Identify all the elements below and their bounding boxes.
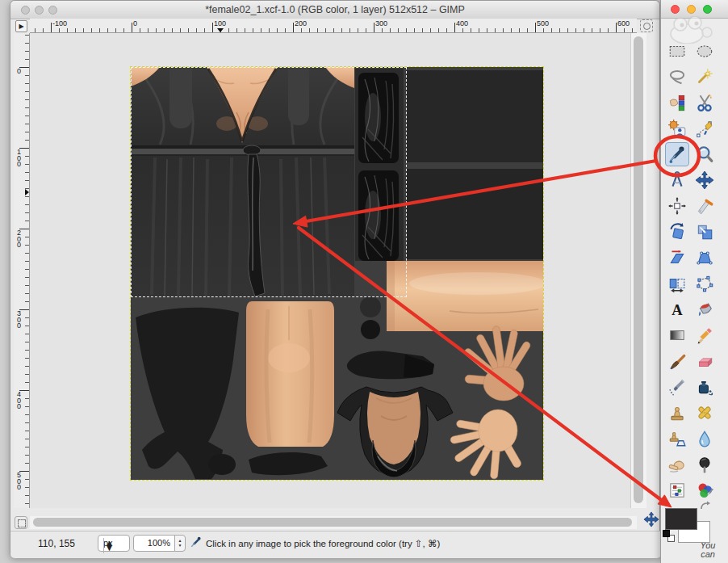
tool-color-balance[interactable] bbox=[665, 478, 689, 502]
h-ruler-label: 200 bbox=[295, 19, 307, 27]
clone-stamp-icon bbox=[667, 403, 687, 422]
close-button[interactable] bbox=[671, 5, 680, 14]
arm-texture bbox=[387, 261, 543, 331]
tool-measure[interactable] bbox=[665, 168, 689, 192]
svg-text:A: A bbox=[672, 301, 683, 318]
tool-paths[interactable] bbox=[692, 116, 717, 141]
tool-foreground-select[interactable] bbox=[665, 116, 689, 141]
ruler-corner-menu-button[interactable]: ▶ bbox=[15, 20, 27, 32]
scale-icon bbox=[695, 222, 714, 242]
shear-icon bbox=[667, 248, 687, 267]
tool-text[interactable]: A bbox=[665, 297, 689, 321]
tool-align[interactable] bbox=[665, 194, 689, 218]
perspective-icon bbox=[695, 248, 714, 267]
cage-transform-icon bbox=[695, 274, 714, 293]
tool-clone[interactable] bbox=[665, 401, 689, 425]
tool-blur-sharpen[interactable] bbox=[692, 426, 717, 451]
unit-dropdown[interactable]: px ▲▼ bbox=[98, 535, 130, 552]
tool-bucket-fill[interactable] bbox=[692, 297, 717, 321]
tool-smudge[interactable] bbox=[665, 452, 689, 477]
tool-perspective-clone[interactable] bbox=[665, 426, 689, 451]
tool-dodge-burn[interactable] bbox=[692, 452, 717, 477]
bucket-fill-icon bbox=[695, 300, 714, 319]
navigation-button[interactable] bbox=[643, 511, 659, 527]
tool-crop[interactable] bbox=[692, 194, 717, 218]
pointer-x-marker bbox=[217, 28, 224, 32]
hair-texture bbox=[355, 69, 404, 261]
tool-free-select[interactable] bbox=[665, 65, 689, 89]
swap-colors-button[interactable] bbox=[699, 500, 712, 510]
h-ruler-label: 100 bbox=[214, 19, 226, 27]
zoom-spinner[interactable]: ▲▼ bbox=[174, 535, 186, 552]
tool-gradient[interactable] bbox=[665, 323, 689, 347]
foreground-color-swatch[interactable] bbox=[665, 508, 697, 530]
color-picker-status-icon bbox=[190, 536, 203, 552]
zoom-level-input[interactable]: 100% bbox=[133, 535, 175, 552]
zoom-window-button[interactable] bbox=[703, 5, 712, 14]
tool-select-by-color[interactable] bbox=[665, 90, 689, 115]
tool-rotate[interactable] bbox=[665, 220, 689, 244]
tool-color-picker[interactable] bbox=[665, 142, 689, 166]
select-by-color-icon bbox=[667, 93, 687, 112]
tool-paintbrush[interactable] bbox=[665, 349, 689, 373]
canvas-image[interactable] bbox=[131, 67, 543, 480]
color-balance-icon bbox=[667, 481, 687, 500]
vertical-ruler[interactable]: 0 100 200 300 400 500 bbox=[14, 33, 30, 508]
tool-zoom[interactable] bbox=[692, 142, 717, 166]
tool-pencil[interactable] bbox=[692, 323, 717, 347]
status-message: Click in any image to pick the foregroun… bbox=[206, 538, 440, 549]
tool-ellipse-select[interactable] bbox=[692, 39, 717, 63]
paintbrush-icon bbox=[667, 351, 687, 371]
tool-heal[interactable] bbox=[692, 401, 717, 425]
text-icon: A bbox=[667, 300, 687, 319]
gimp-toolbox-window: A You can bbox=[660, 0, 728, 563]
dot-texture bbox=[360, 296, 381, 317]
perspective-clone-icon bbox=[667, 429, 687, 448]
v-ruler-label: 500 bbox=[17, 473, 23, 491]
toolbox-tip-text: You can bbox=[685, 541, 728, 559]
tool-rectangle-select[interactable] bbox=[665, 39, 689, 63]
minimize-button[interactable] bbox=[35, 6, 44, 15]
quick-mask-toggle[interactable] bbox=[15, 516, 27, 529]
rectangle-select-icon bbox=[667, 41, 687, 61]
tool-scale[interactable] bbox=[692, 220, 717, 244]
tool-hue-saturation[interactable] bbox=[692, 478, 717, 502]
tool-eraser[interactable] bbox=[692, 349, 717, 373]
horizontal-scrollbar-thumb[interactable] bbox=[33, 518, 632, 527]
texture-atlas bbox=[131, 67, 543, 480]
gradient-icon bbox=[667, 326, 687, 345]
dot-texture bbox=[208, 454, 236, 475]
v-ruler-label: 0 bbox=[17, 69, 23, 75]
h-ruler-label: 300 bbox=[375, 19, 387, 27]
canvas-viewport[interactable] bbox=[30, 33, 630, 508]
tool-cage-transform[interactable] bbox=[692, 271, 717, 296]
tool-ink[interactable] bbox=[692, 375, 717, 399]
dark-block-texture bbox=[406, 70, 543, 162]
h-ruler-label: 500 bbox=[537, 19, 549, 27]
horizontal-ruler[interactable]: -100 0 100 200 300 400 500 600 bbox=[30, 19, 637, 33]
image-window-titlebar[interactable]: *female02_1.xcf-1.0 (RGB color, 1 layer)… bbox=[10, 1, 659, 19]
smudge-hand-icon bbox=[667, 455, 687, 474]
horizontal-scrollbar[interactable] bbox=[30, 516, 637, 529]
tool-fuzzy-select[interactable] bbox=[692, 65, 717, 89]
close-button[interactable] bbox=[21, 6, 30, 15]
tool-perspective[interactable] bbox=[692, 246, 717, 270]
zoom-follow-window-toggle[interactable] bbox=[640, 19, 653, 32]
tool-flip[interactable] bbox=[665, 271, 689, 296]
move-cross-icon bbox=[643, 511, 659, 527]
magnifier-icon bbox=[695, 145, 714, 164]
water-drop-icon bbox=[695, 429, 714, 448]
default-colors-button[interactable] bbox=[663, 530, 676, 543]
tool-airbrush[interactable] bbox=[665, 375, 689, 399]
minimize-button[interactable] bbox=[687, 5, 696, 14]
zoom-window-button[interactable] bbox=[48, 6, 57, 15]
tool-intelligent-scissors[interactable] bbox=[692, 90, 717, 115]
unit-spinner[interactable]: ▲▼ bbox=[103, 538, 115, 553]
tool-shear[interactable] bbox=[665, 246, 689, 270]
vertical-scrollbar-thumb[interactable] bbox=[634, 36, 643, 503]
rotate-icon bbox=[667, 222, 687, 242]
tool-move[interactable] bbox=[692, 168, 717, 192]
move-icon bbox=[695, 170, 714, 190]
v-ruler-label: 400 bbox=[17, 392, 23, 410]
vertical-scrollbar[interactable] bbox=[630, 33, 646, 508]
